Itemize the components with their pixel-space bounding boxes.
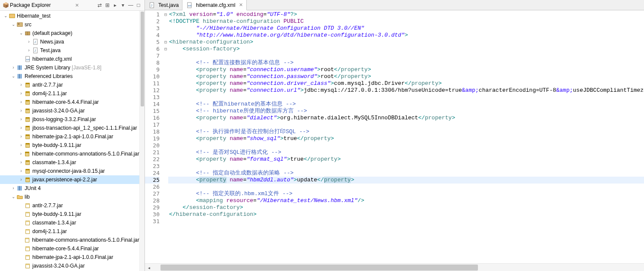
line-number[interactable]: 6 xyxy=(145,46,160,53)
code-line[interactable]: <!-- 执行操作时是否在控制台打印SQL --> xyxy=(168,128,644,135)
tree-item[interactable]: ›JRE System Library [JavaSE-1.8] xyxy=(0,63,139,72)
expand-arrow-icon[interactable]: › xyxy=(18,159,24,166)
tree-item[interactable]: dom4j-2.1.1.jar xyxy=(0,227,139,236)
tree-item[interactable]: ›hibernate-core-5.4.4.Final.jar xyxy=(0,98,139,106)
expand-arrow-icon[interactable]: › xyxy=(18,81,24,89)
tree-item[interactable]: ›byte-buddy-1.9.11.jar xyxy=(0,141,139,150)
tree-item[interactable]: ›jboss-transaction-api_1.2_spec-1.1.1.Fi… xyxy=(0,124,139,132)
tree-item[interactable]: ›JNews.java xyxy=(0,37,139,46)
code-line[interactable]: </session-factory> xyxy=(168,204,644,211)
expand-arrow-icon[interactable]: › xyxy=(18,150,24,158)
focus-icon[interactable]: ▸ xyxy=(112,2,119,9)
line-number[interactable]: 20 xyxy=(145,142,160,149)
tree-item[interactable]: ⌄lib xyxy=(0,193,139,201)
tree-item[interactable]: ›antlr-2.7.7.jar xyxy=(0,81,139,89)
code-line[interactable]: <hibernate-configuration> xyxy=(168,39,644,46)
line-number[interactable]: 15 xyxy=(145,108,160,115)
expand-arrow-icon[interactable]: › xyxy=(18,167,24,175)
line-number[interactable]: 29 xyxy=(145,204,160,211)
tree-item[interactable]: javassist-3.24.0-GA.jar xyxy=(0,262,139,270)
code-line[interactable]: <!-- 指定关联的.hbm.xml文件 --> xyxy=(168,190,644,197)
line-number[interactable]: 19 xyxy=(145,135,160,142)
horizontal-scrollbar[interactable]: ◂ ▸ xyxy=(145,263,644,271)
code-line[interactable] xyxy=(168,218,644,225)
scroll-left-icon[interactable]: ◂ xyxy=(145,264,153,271)
tree-item[interactable]: ›hibernate-jpa-2.1-api-1.0.0.Final.jar xyxy=(0,132,139,141)
expand-arrow-icon[interactable]: ⌄ xyxy=(10,21,16,28)
code-line[interactable]: <!-- 指定自动生成数据表的策略 --> xyxy=(168,170,644,177)
code-line[interactable]: <property name="connection.username">roo… xyxy=(168,66,644,73)
tree-item[interactable]: ›javassist-3.24.0-GA.jar xyxy=(0,106,139,115)
tree-item[interactable]: ›mysql-connector-java-8.0.15.jar xyxy=(0,167,139,175)
sidebar-scrollbar-thumb[interactable] xyxy=(141,12,144,106)
expand-arrow-icon[interactable]: › xyxy=(26,47,32,54)
close-view-icon[interactable]: ✕ xyxy=(75,3,79,8)
fold-column[interactable]: ⊟⊟⊟ xyxy=(163,10,168,263)
code-line[interactable]: <property name="format_sql">true</proper… xyxy=(168,156,644,163)
expand-arrow-icon[interactable]: › xyxy=(10,64,16,72)
line-number[interactable]: 11 xyxy=(145,80,160,87)
code-line[interactable] xyxy=(168,94,644,101)
line-number[interactable]: 28 xyxy=(145,197,160,204)
tree-item[interactable]: ⌄Hibernate_test xyxy=(0,12,139,20)
tree-item[interactable]: ›dom4j-2.1.1.jar xyxy=(0,89,139,98)
expand-arrow-icon[interactable]: ⌄ xyxy=(18,29,24,37)
code-line[interactable] xyxy=(168,142,644,149)
tree-item[interactable]: hibernate-core-5.4.4.Final.jar xyxy=(0,244,139,253)
line-number[interactable]: 22 xyxy=(145,156,160,163)
maximize-icon[interactable]: □ xyxy=(135,2,142,9)
editor-tab[interactable]: JTest.java xyxy=(145,0,182,10)
line-number[interactable]: 12 xyxy=(145,87,160,94)
code-line[interactable]: <!-- 配置hibernate的基本信息 --> xyxy=(168,101,644,108)
expand-arrow-icon[interactable]: ⌄ xyxy=(10,72,16,80)
code-line[interactable]: "-//Hibernate/Hibernate Configuration DT… xyxy=(168,25,644,32)
tree-item[interactable]: ›jboss-logging-3.3.2.Final.jar xyxy=(0,115,139,124)
expand-arrow-icon[interactable]: ⌄ xyxy=(10,193,16,201)
line-number[interactable]: 23 xyxy=(145,163,160,170)
horizontal-scrollbar-thumb[interactable] xyxy=(160,265,478,271)
line-number[interactable]: 21 xyxy=(145,149,160,156)
line-number[interactable]: 18 xyxy=(145,128,160,135)
editor-tab[interactable]: xmlhibernate.cfg.xml✕ xyxy=(182,0,246,10)
tree-item[interactable]: ›JUnit 4 xyxy=(0,184,139,193)
expand-arrow-icon[interactable]: › xyxy=(18,107,24,115)
tree-item[interactable]: ⌄Referenced Libraries xyxy=(0,72,139,81)
fold-marker[interactable]: ⊟ xyxy=(163,39,168,46)
code-line[interactable]: <property name="hbm2ddl.auto">update</pr… xyxy=(168,177,644,184)
tree-item[interactable]: classmate-1.3.4.jar xyxy=(0,218,139,227)
tree-item[interactable]: ›JTest.java xyxy=(0,46,139,55)
code-line[interactable]: <mapping resource="/Hibernate_test/News.… xyxy=(168,197,644,204)
view-menu-icon[interactable]: ▾ xyxy=(119,2,126,9)
code-line[interactable]: <!-- 配置连接数据库的基本信息 --> xyxy=(168,59,644,66)
expand-arrow-icon[interactable]: › xyxy=(18,115,24,123)
code-line[interactable]: <!-- hibernate所使用的数据库方言 --> xyxy=(168,108,644,115)
code-line[interactable]: <property name="connection.url">jdbc:mys… xyxy=(168,87,644,94)
expand-arrow-icon[interactable]: ⌄ xyxy=(3,12,9,20)
link-editor-icon[interactable]: ⊞ xyxy=(104,2,111,9)
fold-marker[interactable]: ⊟ xyxy=(163,46,168,53)
tree-item[interactable]: xmlhibernate.cfg.xml xyxy=(0,55,139,63)
expand-arrow-icon[interactable]: › xyxy=(18,98,24,106)
expand-arrow-icon[interactable]: › xyxy=(18,124,24,132)
code-line[interactable]: <?xml version="1.0" encoding="UTF-8"?> xyxy=(168,11,644,18)
tree-item[interactable]: ⌄(default package) xyxy=(0,29,139,37)
code-line[interactable] xyxy=(168,163,644,170)
tree-item[interactable]: ›javax.persistence-api-2.2.jar xyxy=(0,175,139,184)
code-line[interactable]: </hibernate-configuration> xyxy=(168,211,644,218)
tree-item[interactable]: byte-buddy-1.9.11.jar xyxy=(0,210,139,218)
code-line[interactable] xyxy=(168,53,644,59)
tree-item[interactable]: ›classmate-1.3.4.jar xyxy=(0,158,139,167)
code-line[interactable] xyxy=(168,121,644,128)
line-number[interactable]: 9 xyxy=(145,66,160,73)
line-number[interactable]: 27 xyxy=(145,190,160,197)
line-number[interactable]: 7 xyxy=(145,53,160,59)
sidebar-scrollbar[interactable] xyxy=(139,11,145,271)
line-number[interactable]: 31 xyxy=(145,218,160,225)
expand-arrow-icon[interactable]: › xyxy=(10,184,16,192)
expand-arrow-icon[interactable]: › xyxy=(18,90,24,97)
line-number[interactable]: 10 xyxy=(145,73,160,80)
line-number-gutter[interactable]: 1234567891011121314151617181920212223242… xyxy=(145,10,163,263)
expand-arrow-icon[interactable]: › xyxy=(18,133,24,140)
expand-arrow-icon[interactable]: › xyxy=(18,176,24,184)
code-line[interactable]: <session-factory> xyxy=(168,46,644,53)
